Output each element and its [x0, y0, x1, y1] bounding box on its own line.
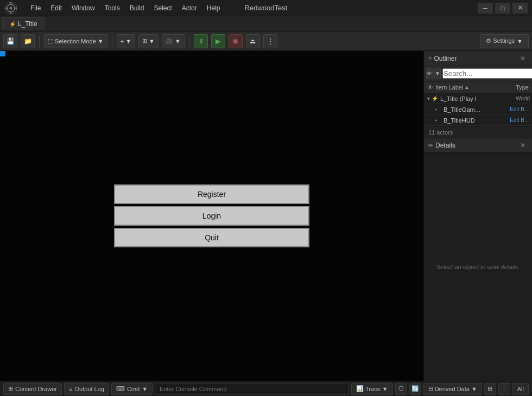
window-controls: ─ □ ✕ [478, 3, 528, 14]
outliner-close-button[interactable]: ✕ [518, 54, 528, 63]
outliner-search-input[interactable] [442, 68, 532, 79]
toolbar-right: ⚙ Settings ▼ [480, 34, 529, 48]
details-panel: ✏ Details ✕ Select an object to view det… [424, 138, 532, 381]
trace-icon: 📊 [356, 385, 364, 392]
outliner-table-header: 👁 Item Label ▲ Type [424, 81, 532, 93]
selection-mode-icon: ⬚ [48, 37, 53, 44]
login-button[interactable]: Login [114, 206, 309, 226]
visibility-icon: 👁 [427, 84, 433, 91]
menu-bar: File Edit Window Tools Build Select Acto… [26, 3, 224, 14]
output-log-icon: ≡ [69, 386, 72, 392]
save-button[interactable]: 💾 [3, 34, 17, 48]
revision-control-icon[interactable]: 🔄 [409, 383, 421, 395]
outliner-toolbar: 👁 ▼ + ⚙ [424, 66, 532, 81]
toolbar-separator-3 [189, 35, 189, 47]
outliner-filter-button[interactable]: ▼ [434, 68, 441, 79]
outliner-icon: ≡ [428, 55, 432, 62]
add-arrow: ▼ [125, 38, 131, 44]
menu-tools[interactable]: Tools [100, 3, 124, 14]
output-log-button[interactable]: ≡ Output Log [64, 383, 109, 395]
toolbar-separator-2 [112, 35, 112, 47]
snap-icon: ⊞ [142, 37, 147, 44]
right-panel: ≡ Outliner ✕ 👁 ▼ + ⚙ 👁 Item Label ▲ Type [423, 51, 532, 381]
outliner-row[interactable]: ▪ B_TitleHUD Edit B… [424, 115, 532, 126]
tab-bar: ⚡ L_Title [0, 16, 532, 31]
all-button[interactable]: All [512, 383, 529, 395]
row-label: L_Title (Play I [440, 95, 505, 102]
derived-data-button[interactable]: ⊟ Derived Data ▼ [423, 383, 482, 395]
row-label: B_TitleGam… [444, 106, 510, 113]
minimize-button[interactable]: ─ [478, 3, 493, 14]
menu-select[interactable]: Select [149, 3, 176, 14]
more-button[interactable]: ⋮ [263, 34, 277, 48]
selection-mode-button[interactable]: ⬚ Selection Mode ▼ [44, 34, 107, 48]
derived-data-arrow: ▼ [471, 386, 477, 392]
toolbar: 💾 📁 ⬚ Selection Mode ▼ + ▼ ⊞ ▼ 🎥 ▼ ⏸ ▶ ⏹… [0, 31, 532, 51]
outliner-title: Outliner [434, 55, 516, 62]
viewport[interactable]: Register Login Quit [0, 51, 423, 381]
menu-build[interactable]: Build [125, 3, 149, 14]
snap-arrow: ▼ [149, 38, 155, 44]
menu-edit[interactable]: Edit [46, 3, 66, 14]
details-content: Select an object to view details. [424, 153, 532, 381]
source-control-icon[interactable]: ⎔ [395, 383, 407, 395]
close-button[interactable]: ✕ [512, 3, 528, 14]
register-button[interactable]: Register [114, 184, 309, 204]
details-close-button[interactable]: ✕ [518, 140, 528, 150]
cmd-icon: ⌨ [116, 385, 125, 392]
toolbar-separator-1 [39, 35, 40, 47]
outliner: ≡ Outliner ✕ 👁 ▼ + ⚙ 👁 Item Label ▲ Type [424, 51, 532, 138]
derived-data-label: Derived Data [435, 386, 470, 392]
outliner-row[interactable]: ▼ ⚡ L_Title (Play I World [424, 93, 532, 104]
outliner-items: ▼ ⚡ L_Title (Play I World ▪ B_TitleGam… … [424, 93, 532, 126]
menu-file[interactable]: File [26, 3, 45, 14]
eject-button[interactable]: ⏏ [246, 34, 260, 48]
tab-l-title[interactable]: ⚡ L_Title [2, 17, 45, 30]
world-icon: ⚡ [432, 95, 439, 101]
settings-arrow: ▼ [517, 38, 523, 44]
menu-actor[interactable]: Actor [178, 3, 201, 14]
content-drawer-icon: ⊞ [8, 385, 13, 392]
edit-button[interactable]: Edit B… [510, 117, 530, 123]
selection-mode-arrow: ▼ [98, 38, 104, 44]
content-drawer-button[interactable]: ⊞ Content Drawer [3, 383, 62, 395]
camera-arrow: ▼ [175, 38, 181, 44]
menu-help[interactable]: Help [202, 3, 225, 14]
camera-button[interactable]: 🎥 ▼ [162, 34, 185, 48]
details-icon: ✏ [428, 142, 433, 149]
content-drawer-label: Content Drawer [15, 386, 57, 392]
trace-button[interactable]: 📊 Trace ▼ [351, 383, 393, 395]
details-header: ✏ Details ✕ [424, 138, 532, 153]
sort-arrow: ▲ [464, 85, 469, 90]
snap-button[interactable]: ⊞ ▼ [138, 34, 159, 48]
maximize-button[interactable]: □ [495, 3, 510, 14]
outliner-eye-button[interactable]: 👁 [426, 68, 433, 79]
blueprint-icon: ▪ [435, 117, 442, 123]
game-ui: Register Login Quit [114, 184, 309, 247]
menu-window[interactable]: Window [67, 3, 99, 14]
next-button[interactable]: ▶ [211, 34, 225, 48]
cmd-arrow: ▼ [142, 386, 148, 392]
tab-label: L_Title [18, 20, 37, 28]
grid-icon[interactable]: ⊞ [484, 383, 496, 395]
pause-button[interactable]: ⏸ [194, 34, 208, 48]
blueprint-icon: ▪ [435, 106, 442, 112]
edit-button[interactable]: Edit B… [510, 106, 530, 112]
actors-count: 11 actors [424, 126, 532, 138]
status-right: 📊 Trace ▼ ⎔ 🔄 ⊟ Derived Data ▼ ⊞ ⋮ All [351, 383, 529, 395]
console-input[interactable] [155, 383, 349, 395]
settings-button[interactable]: ⚙ Settings ▼ [480, 34, 529, 48]
cmd-button[interactable]: ⌨ Cmd ▼ [111, 383, 153, 395]
viewport-corner [0, 51, 5, 56]
save-all-button[interactable]: 📁 [21, 34, 35, 48]
more-options-icon[interactable]: ⋮ [498, 383, 510, 395]
app-title: RedwoodTest [245, 4, 288, 12]
svg-point-2 [9, 7, 12, 10]
selection-mode-label: Selection Mode [55, 38, 96, 44]
stop-button[interactable]: ⏹ [229, 34, 243, 48]
details-title: Details [435, 142, 516, 149]
outliner-row[interactable]: ▪ B_TitleGam… Edit B… [424, 104, 532, 115]
details-empty-text: Select an object to view details. [436, 264, 520, 270]
add-button[interactable]: + ▼ [117, 34, 135, 48]
quit-button[interactable]: Quit [114, 228, 309, 247]
